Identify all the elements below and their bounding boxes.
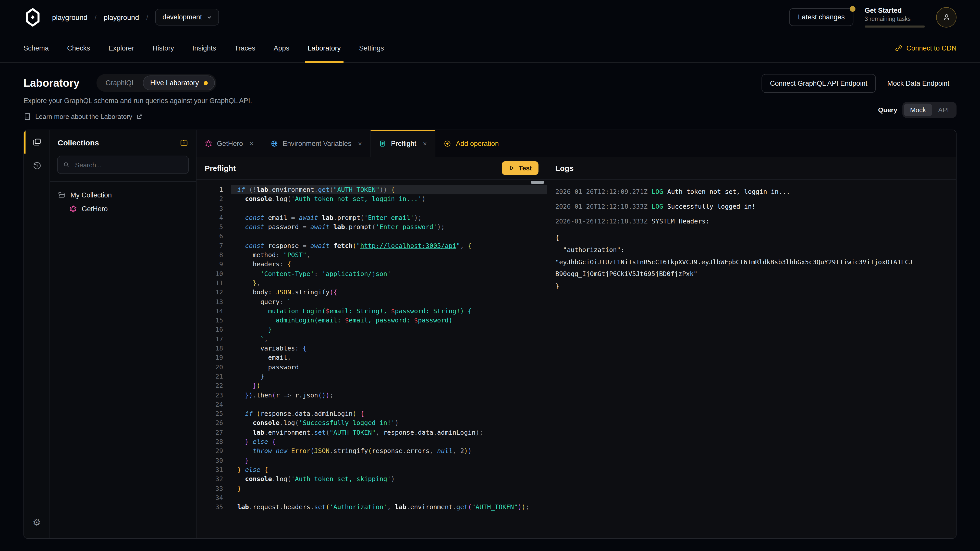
- folder-open-icon: [58, 191, 66, 199]
- code-line[interactable]: 22}): [197, 381, 547, 391]
- code-line[interactable]: 31} else {: [197, 465, 547, 475]
- connect-to-cdn-link[interactable]: Connect to CDN: [894, 34, 956, 62]
- code-line[interactable]: 6: [197, 232, 547, 241]
- line-content: adminLogin(email: $email, password: $pas…: [231, 316, 547, 325]
- code-line[interactable]: 7const response = await fetch("http://lo…: [197, 241, 547, 251]
- nav-item-insights[interactable]: Insights: [192, 34, 216, 62]
- code-line[interactable]: 15adminLogin(email: $email, password: $p…: [197, 316, 547, 325]
- nav-item-history[interactable]: History: [153, 34, 174, 62]
- gear-icon: ⚙: [33, 517, 41, 528]
- test-button[interactable]: Test: [502, 161, 538, 175]
- nav-item-explorer[interactable]: Explorer: [108, 34, 134, 62]
- rail-collections-button[interactable]: [24, 130, 49, 154]
- tab-label: Environment Variables: [283, 140, 352, 147]
- rail-history-button[interactable]: [24, 154, 49, 177]
- tab-gethero[interactable]: GetHero×: [197, 130, 262, 157]
- add-collection-icon[interactable]: [180, 138, 188, 147]
- mode-option-hive-laboratory[interactable]: Hive Laboratory: [143, 76, 215, 90]
- collection-folder[interactable]: My Collection: [58, 191, 188, 199]
- code-line[interactable]: 28} else {: [197, 437, 547, 447]
- tab-preflight[interactable]: Preflight×: [371, 130, 435, 157]
- page-title: Laboratory: [24, 77, 80, 89]
- nav-item-laboratory[interactable]: Laboratory: [308, 34, 341, 62]
- operation-item[interactable]: GetHero: [69, 205, 188, 213]
- code-line[interactable]: 5const password = await lab.prompt('Ente…: [197, 222, 547, 232]
- nav-item-traces[interactable]: Traces: [234, 34, 256, 62]
- line-number: 11: [197, 279, 231, 288]
- code-line[interactable]: 14mutation Login($email: String!, $passw…: [197, 306, 547, 316]
- code-line[interactable]: 8method: "POST",: [197, 251, 547, 260]
- code-line[interactable]: 27lab.environment.set("AUTH_TOKEN", resp…: [197, 428, 547, 437]
- code-line[interactable]: 20password: [197, 362, 547, 372]
- learn-more-link[interactable]: Learn more about the Laboratory: [24, 113, 252, 121]
- ui-mode-toggle: GraphiQL Hive Laboratory: [96, 74, 216, 92]
- close-tab-icon[interactable]: ×: [250, 140, 253, 147]
- code-line[interactable]: 25if (response.data.adminLogin) {: [197, 409, 547, 419]
- collections-search[interactable]: [57, 156, 189, 174]
- code-editor[interactable]: 1if (!lab.environment.get("AUTH_TOKEN"))…: [197, 179, 547, 538]
- code-line[interactable]: 11},: [197, 279, 547, 288]
- code-line[interactable]: 17`,: [197, 335, 547, 344]
- code-line[interactable]: 32console.log('Auth token set, skipping'…: [197, 475, 547, 484]
- code-line[interactable]: 21}: [197, 372, 547, 381]
- nav-item-apps[interactable]: Apps: [274, 34, 290, 62]
- line-content: lab.request.headers.set('Authorization',…: [231, 503, 547, 512]
- code-line[interactable]: 29throw new Error(JSON.stringify(respons…: [197, 447, 547, 456]
- nav-tabs: SchemaChecksExplorerHistoryInsightsTrace…: [24, 34, 384, 62]
- close-tab-icon[interactable]: ×: [358, 140, 362, 147]
- nav-item-settings[interactable]: Settings: [359, 34, 384, 62]
- notification-dot: [850, 6, 856, 12]
- tab-environment-variables[interactable]: Environment Variables×: [262, 130, 371, 157]
- add-operation-tab[interactable]: Add operation: [435, 130, 507, 157]
- query-option-api[interactable]: API: [932, 103, 955, 116]
- search-icon: [63, 161, 70, 168]
- close-tab-icon[interactable]: ×: [423, 140, 427, 147]
- query-option-mock[interactable]: Mock: [904, 103, 932, 116]
- code-line[interactable]: 12body: JSON.stringify({: [197, 288, 547, 297]
- nav-item-checks[interactable]: Checks: [67, 34, 90, 62]
- brand[interactable]: [24, 8, 42, 26]
- code-line[interactable]: 34: [197, 493, 547, 503]
- code-line[interactable]: 19email,: [197, 353, 547, 363]
- mock-endpoint-button[interactable]: Mock Data Endpoint: [880, 75, 956, 92]
- log-level: LOG: [652, 203, 663, 210]
- breadcrumb-project[interactable]: playground: [103, 13, 139, 21]
- line-content: lab.environment.set("AUTH_TOKEN", respon…: [231, 428, 547, 437]
- code-line[interactable]: 23}).then(r => r.json());: [197, 391, 547, 400]
- rail-settings-button[interactable]: ⚙: [24, 511, 49, 534]
- scrollbar-thumb[interactable]: [531, 181, 544, 184]
- code-line[interactable]: 26console.log('Successfully logged in!'): [197, 419, 547, 428]
- line-content: method: "POST",: [231, 251, 547, 260]
- line-number: 28: [197, 437, 231, 447]
- breadcrumb-org[interactable]: playground: [52, 13, 88, 21]
- code-line[interactable]: 24: [197, 400, 547, 410]
- script-icon: [379, 140, 387, 147]
- line-number: 20: [197, 362, 231, 372]
- code-line[interactable]: 4const email = await lab.prompt('Enter e…: [197, 213, 547, 223]
- connect-endpoint-button[interactable]: Connect GraphQL API Endpoint: [761, 74, 876, 93]
- mode-option-graphiql[interactable]: GraphiQL: [98, 76, 143, 90]
- code-line[interactable]: 13query: `: [197, 297, 547, 306]
- code-line[interactable]: 2console.log('Auth token not set, loggin…: [197, 195, 547, 204]
- tab-label: Preflight: [391, 140, 416, 147]
- code-line[interactable]: 18variables: {: [197, 344, 547, 353]
- code-line[interactable]: 16}: [197, 325, 547, 335]
- line-content: variables: {: [231, 344, 547, 353]
- collections-tree: My Collection: [50, 182, 196, 222]
- code-line[interactable]: 1if (!lab.environment.get("AUTH_TOKEN"))…: [197, 185, 547, 195]
- code-line[interactable]: 33}: [197, 484, 547, 493]
- search-input[interactable]: [74, 160, 183, 169]
- code-line[interactable]: 9headers: {: [197, 260, 547, 269]
- chevron-down-icon: [207, 14, 212, 20]
- user-avatar[interactable]: [936, 7, 956, 27]
- latest-changes-button[interactable]: Latest changes: [789, 8, 853, 26]
- code-line[interactable]: 3: [197, 204, 547, 213]
- code-line[interactable]: 35lab.request.headers.set('Authorization…: [197, 503, 547, 512]
- line-number: 16: [197, 325, 231, 335]
- nav-item-schema[interactable]: Schema: [24, 34, 49, 62]
- code-line[interactable]: 30}: [197, 456, 547, 465]
- line-number: 17: [197, 335, 231, 344]
- target-selector[interactable]: development: [156, 9, 219, 25]
- get-started-widget[interactable]: Get Started 3 remaining tasks: [865, 6, 925, 27]
- code-line[interactable]: 10'Content-Type': 'application/json': [197, 269, 547, 279]
